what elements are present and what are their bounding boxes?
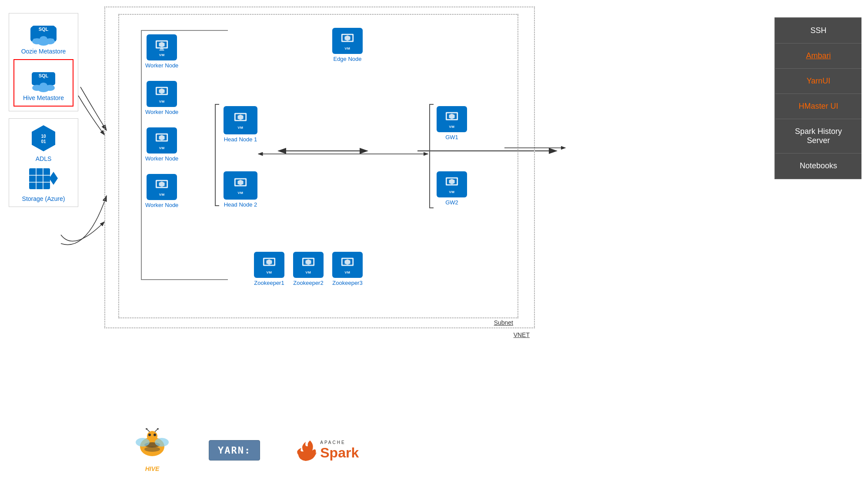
workers-column: VM Worker Node VM Work bbox=[145, 34, 178, 208]
zookeeper-3: VM Zookeeper3 bbox=[332, 252, 363, 286]
storage-icon bbox=[28, 167, 59, 194]
head-nodes-bracket bbox=[215, 104, 219, 206]
head-node-2: VM Head Node 2 bbox=[224, 171, 257, 208]
ambari-button[interactable]: Ambari bbox=[775, 43, 861, 69]
hmaster-button[interactable]: HMaster UI bbox=[775, 94, 861, 119]
worker-vm-label-1: VM bbox=[159, 53, 165, 57]
svg-line-101 bbox=[155, 429, 157, 432]
svg-text:10: 10 bbox=[41, 134, 46, 139]
edge-vm-label: VM bbox=[345, 47, 351, 50]
yarn-text: YARN: bbox=[218, 445, 251, 456]
worker-node-2: VM Worker Node bbox=[145, 81, 178, 115]
edge-label: Edge Node bbox=[333, 56, 361, 62]
gw2-vm-icon: VM bbox=[437, 171, 467, 197]
zookeeper-2: VM Zookeeper2 bbox=[293, 252, 324, 286]
svg-point-96 bbox=[155, 438, 169, 447]
gw1-vm-label: VM bbox=[449, 125, 455, 129]
svg-point-99 bbox=[154, 434, 156, 436]
zk1-vm-icon: VM bbox=[254, 252, 284, 278]
edge-node: VM Edge Node bbox=[332, 28, 363, 62]
notebooks-button[interactable]: Notebooks bbox=[775, 154, 861, 178]
svg-text:SQL: SQL bbox=[39, 27, 49, 32]
head-vm-icon-2: VM bbox=[224, 171, 257, 200]
zk3-vm-label: VM bbox=[345, 270, 351, 274]
spark-text-group: APACHE Spark bbox=[320, 440, 359, 461]
adls-node: 10 01 ADLS bbox=[28, 123, 59, 162]
subnet-label: Subnet bbox=[494, 319, 513, 326]
zk2-label: Zookeeper2 bbox=[293, 280, 323, 286]
spark-logo: APACHE Spark bbox=[295, 438, 359, 462]
yarnui-button[interactable]: YarnUI bbox=[775, 69, 861, 94]
edge-vm-icon: VM bbox=[332, 28, 363, 54]
svg-point-15 bbox=[40, 36, 47, 42]
head-label-1: Head Node 1 bbox=[224, 136, 257, 143]
gw1-node: VM GW1 bbox=[437, 106, 467, 140]
hive-sql-icon: SQL bbox=[28, 64, 59, 93]
spark-flame-icon bbox=[295, 438, 317, 462]
worker-vm-icon-1: VM bbox=[147, 34, 177, 60]
vnet-label: VNET bbox=[514, 331, 530, 338]
svg-rect-40 bbox=[160, 50, 164, 50]
storage-group: 10 01 ADLS Storage (Azure) bbox=[9, 118, 78, 207]
gw-bracket bbox=[429, 104, 434, 208]
worker-vm-label-4: VM bbox=[159, 193, 165, 197]
zk3-vm-icon: VM bbox=[332, 252, 363, 278]
svg-point-97 bbox=[147, 431, 157, 441]
svg-text:01: 01 bbox=[41, 139, 46, 144]
svg-line-100 bbox=[147, 429, 150, 432]
svg-rect-25 bbox=[29, 168, 50, 189]
adls-label: ADLS bbox=[36, 155, 52, 162]
worker-node-3: VM Worker Node bbox=[145, 127, 178, 162]
head-vm-label-1: VM bbox=[238, 126, 244, 130]
head-vm-icon-1: VM bbox=[224, 106, 257, 134]
svg-text:SQL: SQL bbox=[39, 73, 49, 78]
oozie-sql-icon: SQL SQL bbox=[28, 18, 59, 46]
worker-vm-label-3: VM bbox=[159, 146, 165, 150]
yarn-logo: YARN: bbox=[209, 440, 260, 461]
svg-point-21 bbox=[40, 83, 47, 89]
gw2-node: VM GW2 bbox=[437, 171, 467, 206]
gw2-vm-label: VM bbox=[449, 190, 455, 194]
worker-vm-icon-3: VM bbox=[147, 127, 177, 154]
worker-vm-icon-4: VM bbox=[147, 174, 177, 200]
storage-azure-node: Storage (Azure) bbox=[22, 167, 65, 202]
adls-icon: 10 01 bbox=[28, 123, 59, 154]
zookeeper-row: VM Zookeeper1 VM Zooke bbox=[254, 252, 363, 286]
yarn-box: YARN: bbox=[209, 440, 260, 461]
worker-vm-icon-2: VM bbox=[147, 81, 177, 107]
hive-bee-icon bbox=[130, 428, 174, 465]
spark-history-button[interactable]: Spark History Server bbox=[775, 119, 861, 154]
hive-label: Hive Metastore bbox=[23, 94, 64, 101]
svg-point-98 bbox=[148, 434, 151, 436]
vnet-box: VNET Subnet bbox=[104, 7, 535, 328]
storage-label: Storage (Azure) bbox=[22, 195, 65, 202]
worker-label-2: Worker Node bbox=[145, 109, 178, 115]
oozie-label: Oozie Metastore bbox=[21, 48, 66, 55]
svg-point-95 bbox=[136, 438, 150, 447]
worker-node-4: VM Worker Node bbox=[145, 174, 178, 208]
worker-label-3: Worker Node bbox=[145, 155, 178, 162]
zk3-label: Zookeeper3 bbox=[332, 280, 362, 286]
zk2-vm-icon: VM bbox=[293, 252, 324, 278]
spark-text: Spark bbox=[320, 445, 359, 461]
main-diagram: VNET Subnet bbox=[91, 7, 552, 337]
ssh-button[interactable]: SSH bbox=[775, 18, 861, 43]
bottom-logos: HIVE YARN: APACHE Spark bbox=[130, 428, 359, 472]
apache-text: APACHE bbox=[320, 440, 359, 445]
hive-metastore: SQL Hive Metastore bbox=[13, 59, 73, 107]
gw1-label: GW1 bbox=[445, 134, 458, 140]
head-node-1: VM Head Node 1 bbox=[224, 106, 257, 143]
oozie-metastore: SQL SQL Oozie Metastore bbox=[13, 18, 73, 55]
zk2-vm-label: VM bbox=[306, 270, 311, 274]
gw2-label: GW2 bbox=[445, 199, 458, 206]
worker-vm-label-2: VM bbox=[159, 100, 165, 103]
zk1-label: Zookeeper1 bbox=[254, 280, 284, 286]
subnet-box: Subnet bbox=[118, 14, 518, 318]
worker-node-1: VM Worker Node bbox=[145, 34, 178, 69]
zookeeper-1: VM Zookeeper1 bbox=[254, 252, 284, 286]
metastore-group: SQL SQL Oozie Metastore bbox=[9, 13, 78, 111]
zk1-vm-label: VM bbox=[267, 270, 272, 274]
hive-text: HIVE bbox=[145, 465, 160, 472]
svg-point-94 bbox=[144, 447, 160, 452]
left-panel: SQL SQL Oozie Metastore bbox=[9, 13, 78, 207]
